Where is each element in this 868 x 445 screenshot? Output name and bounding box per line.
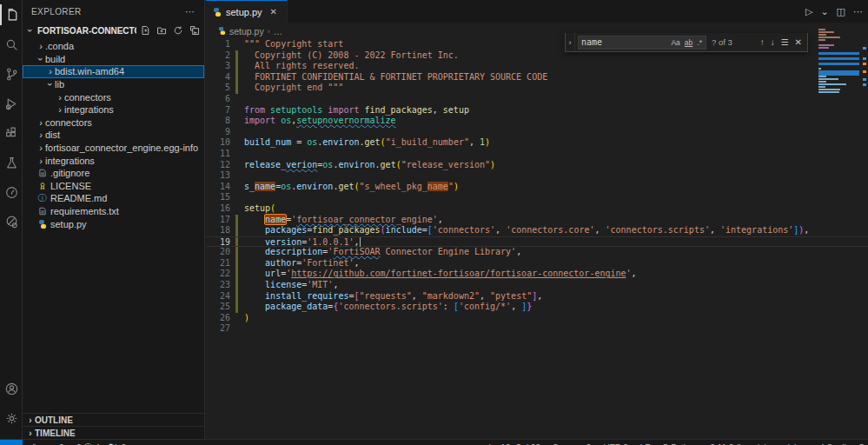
code-line-22[interactable]: 22 url='https://github.com/fortinet-fort… (206, 269, 868, 280)
tree-item--conda[interactable]: ›.conda (23, 40, 204, 53)
activity-bar (0, 0, 23, 445)
python-icon (213, 4, 222, 20)
find-toggle-replace-icon[interactable]: › (566, 33, 575, 51)
code-line-25[interactable]: 25 package_data={'connectors.scripts': [… (206, 302, 868, 313)
gutter-modified-indicator (235, 50, 238, 62)
line-number: 1 (206, 39, 230, 50)
activity-settings-gear-icon[interactable] (0, 403, 23, 433)
dropdown-chevron-icon[interactable]: ⌄ (820, 6, 828, 17)
tree-item-license[interactable]: LICENSE (23, 180, 204, 193)
tree-item-label: bdist.win-amd64 (55, 66, 124, 76)
tree-item-connectors[interactable]: ›connectors (23, 116, 204, 130)
activity-files-icon[interactable] (0, 0, 23, 30)
activity-source-control-icon[interactable] (0, 59, 23, 89)
find-next-icon[interactable]: ↓ (771, 37, 775, 47)
line-number: 13 (206, 170, 230, 182)
code-line-11[interactable]: 11 (206, 149, 868, 160)
tree-item-fortisoar-connector-engine-egg-info[interactable]: ›fortisoar_connector_engine.egg-info (23, 142, 204, 155)
code-line-21[interactable]: 21 author='Fortinet', (206, 258, 868, 269)
code-line-18[interactable]: 18 packages=find_packages(include=['conn… (206, 225, 868, 236)
tree-item-integrations[interactable]: ›integrations (23, 103, 204, 116)
tree-item-label: lib (55, 79, 64, 90)
code-line-26[interactable]: 26) (206, 313, 868, 324)
minimap-highlight (818, 63, 859, 65)
tree-item-label: .gitignore (50, 168, 89, 178)
tree-item-setup-py[interactable]: setup.py (23, 217, 204, 230)
minimap[interactable] (818, 29, 859, 99)
activity-test-beaker-icon[interactable] (0, 148, 23, 177)
find-in-selection-icon[interactable]: ☰ (781, 37, 789, 47)
activity-account-icon[interactable] (0, 374, 23, 403)
line-number: 5 (206, 83, 230, 94)
code-line-23[interactable]: 23 license='MIT', (206, 280, 868, 291)
tree-item-label: connectors (64, 92, 111, 103)
activity-profiler-icon[interactable] (0, 177, 23, 207)
code-line-13[interactable]: 13 (206, 170, 868, 182)
code-line-12[interactable]: 12release_verion=os.environ.get("release… (206, 160, 868, 171)
line-number: 19 (206, 237, 230, 247)
code-line-16[interactable]: 16setup( (206, 203, 868, 215)
find-input[interactable]: name Aa ab .* (578, 36, 706, 50)
line-number: 14 (206, 182, 230, 193)
code-text: ) (244, 313, 249, 324)
code-line-24[interactable]: 24 install_requires=["requests", "markdo… (206, 291, 868, 302)
close-find-icon[interactable]: ✕ (795, 37, 802, 47)
code-line-27[interactable]: 27 (206, 323, 868, 335)
refresh-icon[interactable] (172, 24, 184, 37)
activity-extensions-icon[interactable] (0, 118, 23, 148)
code-line-14[interactable]: 14s_name=os.environ.get("s_wheel_pkg_nam… (206, 182, 868, 193)
code-line-17[interactable]: 17 name='fortisoar_connector_engine', (206, 215, 868, 226)
code-line-5[interactable]: 5 Copyright end """ (206, 83, 868, 94)
new-folder-icon[interactable] (156, 24, 168, 37)
find-previous-icon[interactable]: ↑ (760, 37, 765, 47)
match-case-icon[interactable]: Aa (670, 38, 680, 47)
code-line-10[interactable]: 10build_num = os.environ.get("i_build_nu… (206, 137, 868, 149)
code-line-4[interactable]: 4 FORTINET CONFIDENTIAL & FORTINET PROPR… (206, 72, 868, 83)
overview-ruler[interactable] (860, 0, 868, 445)
collapse-all-icon[interactable] (189, 24, 201, 37)
tree-item--gitignore[interactable]: .gitignore (23, 167, 204, 180)
new-file-icon[interactable] (139, 24, 151, 37)
gutter-modified-indicator (235, 291, 238, 302)
tree-item-bdist-win-amd64[interactable]: ›bdist.win-amd64 (23, 65, 204, 78)
code-line-6[interactable]: 6 (206, 94, 868, 105)
explorer-more-actions-icon[interactable]: ⋯ (185, 6, 195, 17)
breadcrumb-file[interactable]: setup.py (229, 26, 264, 37)
tree-item-requirements-txt[interactable]: requirements.txt (23, 205, 204, 218)
split-editor-icon[interactable]: ◫ (837, 6, 845, 17)
regex-icon[interactable]: .* (696, 38, 703, 47)
code-text: build_num = os.environ.get("i_build_numb… (244, 137, 490, 149)
code-line-19[interactable]: 19 version='1.0.0.1', (206, 236, 868, 248)
code-line-15[interactable]: 15 (206, 192, 868, 203)
line-number: 21 (206, 258, 230, 269)
activity-search-icon[interactable] (0, 30, 23, 59)
timeline-panel[interactable]: › TIMELINE (23, 426, 204, 439)
ruler-mark (863, 47, 866, 50)
tree-item-lib[interactable]: ›lib (23, 78, 204, 91)
code-editor[interactable]: 1""" Copyright start2 Copyright (C) 2008… (206, 39, 868, 445)
whole-word-icon[interactable]: ab (684, 38, 693, 47)
activity-remote-explorer-icon[interactable] (0, 207, 23, 236)
tree-item-dist[interactable]: ›dist (23, 129, 204, 142)
run-python-file-icon[interactable]: ▷ (805, 6, 812, 17)
code-line-3[interactable]: 3 All rights reserved. (206, 61, 868, 72)
outline-panel[interactable]: › OUTLINE (23, 413, 204, 426)
code-line-8[interactable]: 8import os,setupnovernormalize (206, 116, 868, 127)
code-line-20[interactable]: 20 description='FortiSOAR Connector Engi… (206, 247, 868, 258)
activity-run-debug-icon[interactable] (0, 89, 23, 118)
chevron-right-icon: › (56, 92, 64, 103)
text-cursor (360, 237, 361, 247)
code-line-9[interactable]: 9 (206, 127, 868, 138)
project-root-row[interactable]: › FORTISOAR-CONNECTOR-ENGINE-D... (23, 23, 204, 38)
tree-item-integrations[interactable]: ›integrations (23, 154, 204, 167)
tab-setup-py[interactable]: setup.py ✕ (206, 0, 288, 23)
explorer-header: EXPLORER ⋯ (23, 0, 204, 23)
code-text: """ Copyright start (244, 39, 343, 50)
close-tab-icon[interactable]: ✕ (270, 7, 277, 17)
tree-item-connectors[interactable]: ›connectors (23, 90, 204, 103)
tree-item-readme-md[interactable]: ⓘREADME.md (23, 192, 204, 205)
remote-indicator[interactable]: >< (0, 440, 23, 445)
breadcrumb-symbol[interactable]: … (274, 26, 283, 37)
code-line-7[interactable]: 7from setuptools import find_packages, s… (206, 105, 868, 116)
tree-item-build[interactable]: ›build (23, 53, 204, 66)
